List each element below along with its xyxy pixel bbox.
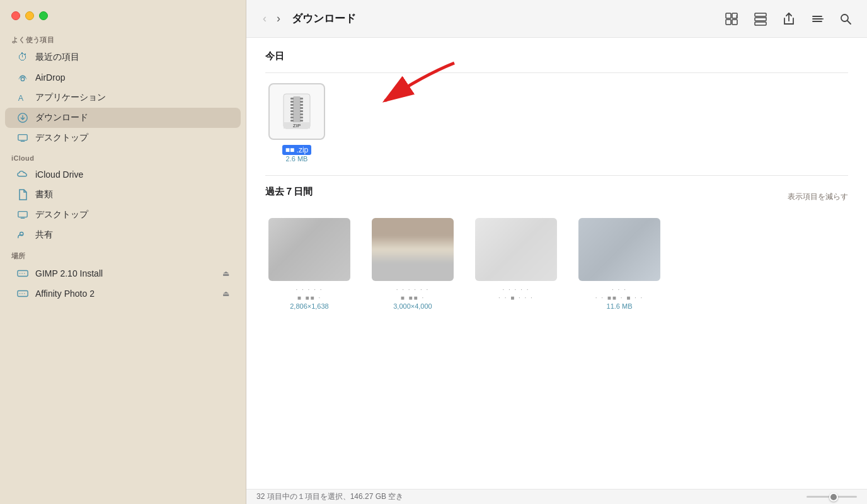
slider-track [807, 496, 857, 498]
past-file-item-2[interactable]: · · · · · · ■ ■■ · 3,000×4,000 [369, 218, 457, 310]
sidebar-item-documents-label: 書類 [35, 189, 53, 200]
toolbar-actions [722, 9, 854, 28]
past-section: 過去７日間 表示項目を減らす · · · · · ■ ■■ · 2,806×1,… [265, 186, 848, 310]
svg-rect-21 [290, 104, 294, 106]
svg-rect-13 [755, 13, 766, 16]
sidebar-item-airdrop[interactable]: AirDrop [5, 67, 241, 88]
slider-thumb [829, 493, 838, 501]
past-file-dots-4: · · · [612, 286, 627, 293]
sidebar-item-shared[interactable]: 共有 [5, 225, 241, 245]
past-file-meta-1: · · · · · ■ ■■ · 2,806×1,638 [290, 286, 328, 310]
svg-rect-3 [18, 135, 27, 140]
svg-rect-26 [290, 120, 294, 122]
cloud-icon [16, 168, 29, 181]
svg-rect-31 [300, 110, 303, 112]
svg-rect-27 [300, 98, 303, 100]
svg-rect-4 [18, 212, 27, 217]
past-section-header-row: 過去７日間 表示項目を減らす [265, 186, 848, 208]
sidebar-item-airdrop-label: AirDrop [35, 72, 65, 83]
sidebar-item-icloud-drive[interactable]: iCloud Drive [5, 164, 241, 185]
past-file-dots-1: · · · · · [296, 286, 323, 293]
thumb-blurred-1 [268, 218, 350, 281]
svg-rect-14 [755, 18, 766, 21]
sidebar-item-desktop[interactable]: デスクトップ [5, 128, 241, 148]
sidebar-item-affinity[interactable]: Affinity Photo 2 ⏏ [5, 284, 241, 304]
svg-rect-24 [290, 113, 294, 115]
svg-rect-33 [300, 117, 303, 118]
sidebar-item-gimp[interactable]: GIMP 2.10 Install ⏏ [5, 263, 241, 284]
past-file-meta-2: · · · · · · ■ ■■ · 3,000×4,000 [393, 286, 432, 310]
sidebar: よく使う項目 ⏱ 最近の項目 AirDrop A アプリケーション [0, 0, 246, 504]
svg-rect-22 [290, 107, 294, 109]
past-file-thumb-4 [578, 218, 660, 281]
svg-rect-18 [293, 96, 301, 124]
zip-file-name: ■■ .zip [282, 144, 312, 155]
applications-icon: A [16, 91, 29, 104]
today-header: 今日 [265, 50, 848, 62]
thumb-mixed-2 [372, 218, 454, 281]
thumb-gray-blur-4 [578, 218, 660, 281]
past-file-thumb-2 [372, 218, 454, 281]
past-file-dim-2: 3,000×4,000 [393, 302, 432, 310]
close-button[interactable] [11, 11, 20, 20]
zip-file-size: 2.6 MB [286, 155, 308, 163]
sidebar-item-documents[interactable]: 書類 [5, 185, 241, 205]
affinity-eject-icon[interactable]: ⏏ [222, 289, 229, 298]
sidebar-item-applications[interactable]: A アプリケーション [5, 88, 241, 108]
sidebar-item-shared-label: 共有 [35, 229, 53, 241]
svg-rect-12 [732, 20, 737, 25]
past-file-item-1[interactable]: · · · · · ■ ■■ · 2,806×1,638 [265, 218, 353, 310]
document-icon [16, 188, 29, 201]
svg-text:A: A [18, 94, 24, 103]
svg-rect-11 [726, 20, 731, 25]
places-section-header: 場所 [0, 245, 246, 263]
airdrop-icon [16, 71, 29, 84]
gimp-drive-icon [16, 267, 29, 280]
maximize-button[interactable] [39, 11, 48, 20]
content-wrapper: 今日 [265, 50, 848, 310]
svg-rect-34 [300, 120, 303, 122]
traffic-lights [0, 0, 246, 29]
past-file-sub-4: · · ■■ · ■ · · [595, 294, 644, 301]
svg-rect-28 [300, 101, 303, 103]
view-grid-button[interactable] [722, 9, 741, 28]
more-button[interactable] [808, 9, 827, 28]
past-file-dots-2: · · · · · · [396, 286, 430, 293]
sidebar-item-recents[interactable]: ⏱ 最近の項目 [5, 47, 241, 67]
icloud-desktop-icon [16, 209, 29, 221]
back-button[interactable]: ‹ [259, 9, 270, 28]
svg-rect-9 [726, 13, 731, 18]
minimize-button[interactable] [25, 11, 34, 20]
share-button[interactable] [780, 9, 798, 28]
sidebar-item-icloud-desktop[interactable]: デスクトップ [5, 205, 241, 225]
past-file-sub-3: · · ■ · · · [498, 294, 534, 301]
gimp-eject-icon[interactable]: ⏏ [222, 269, 229, 278]
shared-icon [16, 229, 29, 241]
sidebar-item-icloud-drive-label: iCloud Drive [35, 169, 83, 180]
content-area: 今日 [246, 38, 867, 489]
reduce-items-link[interactable]: 表示項目を減らす [788, 192, 848, 202]
zip-file-item[interactable]: ZIP ■■ .zip 2.6 MB [265, 83, 328, 163]
sidebar-item-affinity-label: Affinity Photo 2 [35, 289, 95, 299]
past-file-sub-1: ■ ■■ · [297, 294, 321, 301]
forward-button[interactable]: › [273, 9, 284, 28]
svg-rect-6 [19, 237, 23, 238]
svg-rect-23 [290, 110, 294, 112]
page-title: ダウンロード [292, 11, 356, 26]
sidebar-item-downloads-label: ダウンロード [35, 112, 88, 123]
view-list-button[interactable] [751, 9, 770, 28]
sidebar-item-recents-label: 最近の項目 [35, 52, 79, 63]
sidebar-item-downloads[interactable]: ダウンロード [5, 108, 241, 128]
past-file-meta-4: · · · · · ■■ · ■ · · 11.6 MB [595, 286, 644, 310]
past-file-item-3[interactable]: · · · · · · · ■ · · · [472, 218, 560, 310]
thumb-white-blur-3 [475, 218, 557, 281]
past-file-item-4[interactable]: · · · · · ■■ · ■ · · 11.6 MB [575, 218, 663, 310]
past-file-dots-3: · · · · · [502, 286, 529, 293]
past-file-meta-3: · · · · · · · ■ · · · [498, 286, 534, 302]
desktop-icon [16, 132, 29, 144]
search-button[interactable] [837, 10, 854, 28]
svg-rect-30 [300, 107, 303, 109]
sidebar-item-applications-label: アプリケーション [35, 92, 106, 103]
slider-container[interactable] [807, 496, 857, 498]
svg-point-0 [21, 77, 24, 81]
